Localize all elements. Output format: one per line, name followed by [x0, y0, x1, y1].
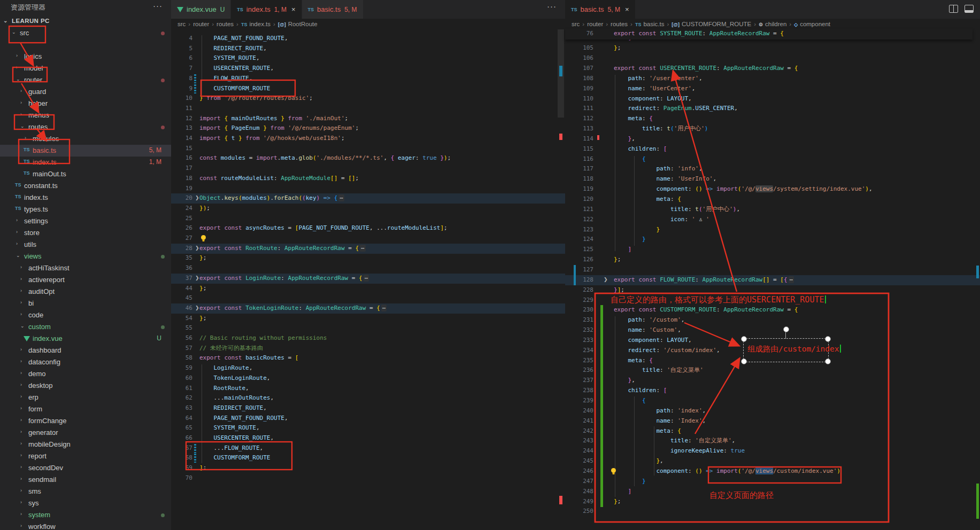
code-line-58[interactable]: 58export const basicRoutes = [ — [171, 353, 565, 363]
breadcrumb-routes[interactable]: routes — [611, 21, 628, 27]
code-line-113[interactable]: 113 title: t('用户中心') — [565, 124, 980, 134]
code-line-241[interactable]: 241 name: 'Index', — [565, 416, 980, 426]
tree-item-helper[interactable]: ›helper — [0, 98, 171, 110]
tree-item-store[interactable]: ›store — [0, 227, 171, 239]
code-line-65[interactable]: 65 SYSTEM_ROUTE, — [171, 423, 565, 433]
code-line-66[interactable]: 66 USERCENTER_ROUTE, — [171, 433, 565, 443]
tree-item-dashboard[interactable]: ›dashboard — [0, 345, 171, 356]
tree-item-workflow[interactable]: ›workflow — [0, 521, 171, 530]
breadcrumb-index.ts[interactable]: TSindex.ts — [241, 21, 271, 27]
tree-item-demo[interactable]: ›demo — [0, 368, 171, 380]
code-line-123[interactable]: 123 } — [565, 225, 980, 235]
code-line-63[interactable]: 63 REDIRECT_ROUTE, — [171, 403, 565, 414]
code-line-56[interactable]: 56// Basic routing without permissions — [171, 333, 565, 344]
code-line-110[interactable]: 110 component: LAYOUT, — [565, 94, 980, 104]
code-line-4[interactable]: 4 PAGE_NOT_FOUND_ROUTE, — [171, 34, 565, 44]
tree-item-index.ts[interactable]: TSindex.ts — [0, 192, 171, 204]
tree-item-code[interactable]: ›code — [0, 309, 171, 321]
tree-item-settings[interactable]: ›settings — [0, 215, 171, 227]
code-line-16[interactable]: 16const modules = import.meta.glob('./mo… — [171, 153, 565, 163]
lightbulb-icon[interactable] — [200, 235, 207, 244]
tree-item-router[interactable]: ⌄router — [0, 74, 171, 86]
code-line-55[interactable]: 55 — [171, 323, 565, 333]
breadcrumb-router[interactable]: router — [587, 21, 603, 27]
tree-item-report[interactable]: ›report — [0, 450, 171, 462]
code-line-11[interactable]: 11 — [171, 104, 565, 114]
tree-item-auditOpt[interactable]: ›auditOpt — [0, 286, 171, 298]
code-line-112[interactable]: 112 meta: { — [565, 114, 980, 124]
code-line-28[interactable]: 28❯export const RootRoute: AppRouteRecor… — [171, 244, 565, 254]
code-line-62[interactable]: 62 ...mainOutRoutes, — [171, 393, 565, 403]
code-line-114[interactable]: 114 }, — [565, 134, 980, 144]
tree-item-erp[interactable]: ›erp — [0, 392, 171, 403]
tab-index.ts[interactable]: TSindex.ts1, M× — [231, 0, 302, 19]
code-line-37[interactable]: 37❯export const LoginRoute: AppRouteReco… — [171, 274, 565, 284]
tree-item-generator[interactable]: ›generator — [0, 427, 171, 439]
code-line-69[interactable]: 69]; — [171, 463, 565, 473]
code-line-231[interactable]: 231 path: '/custom', — [565, 315, 980, 325]
code-line-247[interactable]: 247 } — [565, 477, 980, 487]
tree-item-utils[interactable]: ›utils — [0, 239, 171, 251]
code-line-236[interactable]: 236 title: '自定义菜单' — [565, 365, 980, 376]
split-editor-icon[interactable] — [949, 5, 958, 13]
code-line-67[interactable]: 67 ...FLOW_ROUTE, — [171, 443, 565, 454]
breadcrumb-src[interactable]: src — [572, 21, 580, 27]
tree-item-system[interactable]: ›system — [0, 509, 171, 521]
code-line-27[interactable]: 27 — [171, 233, 565, 244]
close-icon[interactable]: × — [625, 5, 629, 13]
tree-item-sys[interactable]: ›sys — [0, 497, 171, 509]
tab-more-actions-icon[interactable]: ··· — [547, 2, 557, 11]
code-line-232[interactable]: 232 name: 'Custom', — [565, 325, 980, 336]
tree-item-constant.ts[interactable]: TSconstant.ts — [0, 180, 171, 192]
code-line-249[interactable]: 249}; — [565, 497, 980, 507]
code-line-128[interactable]: 128❯export const FLOW_ROUTE: AppRouteRec… — [565, 275, 980, 285]
code-line-59[interactable]: 59 LoginRoute, — [171, 363, 565, 373]
workspace-section-header[interactable]: ⌄ LEARUN PC — [0, 16, 171, 28]
tree-item-mainOut.ts[interactable]: TSmainOut.ts — [0, 168, 171, 180]
code-line-64[interactable]: 64 PAGE_NOT_FOUND_ROUTE, — [171, 414, 565, 424]
tree-item-basic.ts[interactable]: TSbasic.ts5, M — [0, 145, 171, 157]
code-line-117[interactable]: 117 path: 'info', — [565, 164, 980, 174]
code-line-248[interactable]: 248 ] — [565, 487, 980, 497]
code-line-68[interactable]: 68 CUSTOMFORM_ROUTE — [171, 453, 565, 463]
code-line-250[interactable]: 250 — [565, 506, 980, 517]
breadcrumb-RootRoute[interactable]: [@]RootRoute — [278, 21, 318, 27]
breadcrumb-routes[interactable]: routes — [217, 21, 234, 27]
code-line-242[interactable]: 242 meta: { — [565, 426, 980, 437]
tree-item-formChange[interactable]: ›formChange — [0, 415, 171, 427]
tree-item-dataconfig[interactable]: ›dataconfig — [0, 356, 171, 368]
code-line-106[interactable]: 106 — [565, 53, 980, 64]
tab-basic.ts[interactable]: TSbasic.ts5, M× — [565, 0, 636, 19]
code-line-61[interactable]: 61 RootRoute, — [171, 384, 565, 394]
code-line-119[interactable]: 119 component: () => import('/@/views/sy… — [565, 184, 980, 194]
close-icon[interactable]: × — [291, 5, 296, 13]
code-line-238[interactable]: 238 children: [ — [565, 386, 980, 396]
tree-item-logics[interactable]: ›logics — [0, 51, 171, 63]
tree-item-menus[interactable]: ›menus — [0, 110, 171, 121]
tree-item-modules[interactable]: ›modules — [0, 133, 171, 145]
tree-item-secondDev[interactable]: ›secondDev — [0, 462, 171, 474]
customize-layout-icon[interactable] — [964, 5, 974, 13]
code-line-127[interactable]: 127 — [565, 265, 980, 275]
tree-item-src[interactable]: ⌄src — [0, 27, 171, 39]
code-line-240[interactable]: 240 path: 'index', — [565, 406, 980, 416]
tree-item-sms[interactable]: ›sms — [0, 486, 171, 497]
code-line-108[interactable]: 108 path: '/user-center', — [565, 74, 980, 84]
code-line-229[interactable]: 229 — [565, 295, 980, 306]
code-line-24[interactable]: 24}); — [171, 204, 565, 214]
tree-item-model[interactable]: ›model — [0, 63, 171, 74]
code-line-115[interactable]: 115 children: [ — [565, 144, 980, 154]
tree-item-index.vue[interactable]: index.vueU — [0, 333, 171, 345]
code-line-116[interactable]: 116 { — [565, 154, 980, 165]
tree-item-guard[interactable]: ›guard — [0, 86, 171, 98]
code-line-120[interactable]: 120 meta: { — [565, 194, 980, 205]
tree-item-bi[interactable]: ›bi — [0, 298, 171, 309]
code-line-14[interactable]: 14import { t } from '/@/hooks/web/useI18… — [171, 134, 565, 144]
code-line-9[interactable]: 9 CUSTOMFORM_ROUTE — [171, 84, 565, 94]
code-line-125[interactable]: 125 ] — [565, 245, 980, 255]
breadcrumb-router[interactable]: router — [193, 21, 209, 27]
breadcrumb-basic.ts[interactable]: TSbasic.ts — [635, 21, 665, 27]
code-line-26[interactable]: 26export const asyncRoutes = [PAGE_NOT_F… — [171, 223, 565, 233]
code-line-45[interactable]: 45 — [171, 293, 565, 303]
code-line-5[interactable]: 5 REDIRECT_ROUTE, — [171, 44, 565, 54]
